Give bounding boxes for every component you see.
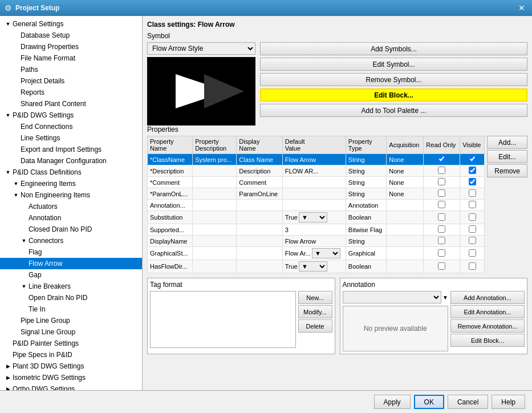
expand-icon-connectors[interactable]: ▼ <box>21 237 27 244</box>
tree-item-signal-line-group[interactable]: Signal Line Group <box>0 326 142 338</box>
expand-icon-pid-class-definitions[interactable]: ▼ <box>5 169 11 176</box>
tree-item-flow-arrow[interactable]: Flow Arrow <box>0 258 142 269</box>
cancel-button[interactable]: Cancel <box>448 395 488 409</box>
edit-annotation-button[interactable]: Edit Annotation... <box>450 305 525 318</box>
tree-item-file-name-format[interactable]: File Name Format <box>0 52 142 64</box>
visible-checkbox-7[interactable] <box>469 237 476 244</box>
table-row[interactable]: *CommentCommentStringNone <box>148 177 485 188</box>
tree-item-export-import-settings[interactable]: Export and Import Settings <box>0 144 142 155</box>
tree-item-general-settings[interactable]: ▼General Settings <box>0 18 142 30</box>
tree-item-shared-plant-content[interactable]: Shared Plant Content <box>0 98 142 110</box>
table-row[interactable]: *ClassNameSystem pro...Class NameFlow Ar… <box>148 154 485 165</box>
read-only-checkbox-0[interactable] <box>438 155 445 163</box>
table-row[interactable]: *DescriptionDescriptionFLOW AR...StringN… <box>148 165 485 177</box>
table-row[interactable]: *ParamOnL...ParamOnLineStringNone <box>148 188 485 200</box>
tag-delete-button[interactable]: Delete <box>298 319 332 333</box>
table-row[interactable]: GraphicalSt...Flow Ar...▼Graphical <box>148 247 485 260</box>
expand-icon-pid-dwg-settings[interactable]: ▼ <box>5 112 11 119</box>
visible-checkbox-3[interactable] <box>469 189 476 197</box>
visible-checkbox-6[interactable] <box>469 225 476 233</box>
tree-item-paths[interactable]: Paths <box>0 64 142 75</box>
ok-button[interactable]: OK <box>414 395 444 409</box>
table-row[interactable]: DisplayNameFlow ArrowString <box>148 236 485 247</box>
tree-item-actuators[interactable]: Actuators <box>0 201 142 212</box>
read-only-checkbox-2[interactable] <box>438 178 445 185</box>
symbol-style-select[interactable]: Flow Arrow Style <box>147 42 255 55</box>
remove-symbol-button[interactable]: Remove Symbol... <box>260 73 527 86</box>
table-row[interactable]: Annotation...Annotation <box>148 200 485 211</box>
visible-checkbox-2[interactable] <box>469 178 476 185</box>
annotation-select[interactable] <box>343 291 442 303</box>
visible-checkbox-8[interactable] <box>469 249 476 257</box>
bottom-section: Tag format New... Modify... Delete Annot… <box>147 278 527 354</box>
tree-item-project-details[interactable]: Project Details <box>0 75 142 87</box>
tree-item-line-settings[interactable]: Line Settings <box>0 132 142 144</box>
tree-item-engineering-items[interactable]: ▼Engineering Items <box>0 178 142 189</box>
tree-item-closed-drain-pid[interactable]: Closed Drain No PID <box>0 224 142 235</box>
tree-item-open-drain-no-pid[interactable]: Open Drain No PID <box>0 292 142 303</box>
table-row[interactable]: HasFlowDir...True▼Boolean <box>148 260 485 273</box>
close-button[interactable]: ✕ <box>516 2 527 14</box>
table-row[interactable]: Supported...3Bitwise Flag <box>148 224 485 236</box>
remove-annotation-button[interactable]: Remove Annotation... <box>450 319 525 333</box>
default-value-dropdown[interactable]: True▼ <box>285 212 343 222</box>
expand-icon-plant-3d-dwg[interactable]: ▶ <box>5 363 11 370</box>
tree-item-flag[interactable]: Flag <box>0 246 142 258</box>
edit-block-button[interactable]: Edit Block... <box>260 88 527 102</box>
tree-item-pipe-specs[interactable]: Pipe Specs in P&ID <box>0 349 142 361</box>
expand-icon-line-breakers[interactable]: ▼ <box>21 283 27 290</box>
edit-symbol-button[interactable]: Edit Symbol... <box>260 58 527 71</box>
tag-modify-button[interactable]: Modify... <box>298 305 332 318</box>
tree-item-end-connections[interactable]: End Connections <box>0 121 142 132</box>
visible-checkbox-9[interactable] <box>469 262 476 270</box>
annotation-edit-block-button[interactable]: Edit Block... <box>450 334 525 347</box>
visible-checkbox-5[interactable] <box>469 213 476 221</box>
read-only-checkbox-1[interactable] <box>438 167 445 174</box>
read-only-checkbox-6[interactable] <box>438 225 445 233</box>
add-symbols-button[interactable]: Add Symbols... <box>260 42 527 55</box>
read-only-checkbox-4[interactable] <box>438 201 445 208</box>
expand-icon-general-settings[interactable]: ▼ <box>5 21 11 27</box>
tree-item-database-setup[interactable]: Database Setup <box>0 30 142 41</box>
expand-icon-engineering-items[interactable]: ▼ <box>13 180 19 187</box>
table-row[interactable]: SubstitutionTrue▼Boolean <box>148 211 485 224</box>
tree-item-drawing-properties[interactable]: Drawing Properties <box>0 41 142 52</box>
visible-checkbox-4[interactable] <box>469 201 476 208</box>
tag-format-textarea[interactable] <box>150 291 296 348</box>
default-value-dropdown[interactable]: Flow Ar...▼ <box>285 248 343 258</box>
tree-item-connectors[interactable]: ▼Connectors <box>0 235 142 246</box>
tree-item-line-breakers[interactable]: ▼Line Breakers <box>0 281 142 292</box>
edit-property-button[interactable]: Edit... <box>487 150 527 163</box>
tag-new-button[interactable]: New... <box>298 291 332 304</box>
expand-icon-non-engineering-items[interactable]: ▼ <box>13 192 19 199</box>
tree-item-pid-painter-settings[interactable]: P&ID Painter Settings <box>0 338 142 349</box>
tree-item-plant-3d-dwg[interactable]: ▶Plant 3D DWG Settings <box>0 361 142 372</box>
default-value-dropdown[interactable]: True▼ <box>285 261 343 272</box>
expand-icon-ortho-dwg[interactable]: ▶ <box>5 386 11 390</box>
help-button[interactable]: Help <box>492 395 525 409</box>
add-property-button[interactable]: Add... <box>487 136 527 149</box>
read-only-checkbox-3[interactable] <box>438 189 445 197</box>
remove-property-button[interactable]: Remove <box>487 164 527 177</box>
tree-item-annotation[interactable]: Annotation <box>0 212 142 224</box>
tree-item-gap[interactable]: Gap <box>0 269 142 281</box>
visible-checkbox-0[interactable] <box>469 155 476 163</box>
tree-item-reports[interactable]: Reports <box>0 87 142 98</box>
tree-item-pid-class-definitions[interactable]: ▼P&ID Class Definitions <box>0 167 142 178</box>
expand-icon-isometric-dwg[interactable]: ▶ <box>5 374 11 381</box>
read-only-checkbox-8[interactable] <box>438 249 445 257</box>
add-tool-palette-button[interactable]: Add to Tool Palette ... <box>260 104 527 117</box>
apply-button[interactable]: Apply <box>374 395 411 409</box>
read-only-checkbox-7[interactable] <box>438 237 445 244</box>
tree-item-data-manager-config[interactable]: Data Manager Configuration <box>0 155 142 167</box>
tree-item-pipe-line-group[interactable]: Pipe Line Group <box>0 315 142 326</box>
add-annotation-button[interactable]: Add Annotation... <box>450 291 525 304</box>
tree-item-isometric-dwg[interactable]: ▶Isometric DWG Settings <box>0 372 142 383</box>
tree-item-tie-in[interactable]: Tie In <box>0 303 142 315</box>
visible-checkbox-1[interactable] <box>469 167 476 174</box>
tree-item-ortho-dwg[interactable]: ▶Ortho DWG Settings <box>0 383 142 390</box>
tree-item-pid-dwg-settings[interactable]: ▼P&ID DWG Settings <box>0 110 142 121</box>
tree-item-non-engineering-items[interactable]: ▼Non Engineering Items <box>0 189 142 201</box>
read-only-checkbox-9[interactable] <box>438 262 445 270</box>
read-only-checkbox-5[interactable] <box>438 213 445 221</box>
